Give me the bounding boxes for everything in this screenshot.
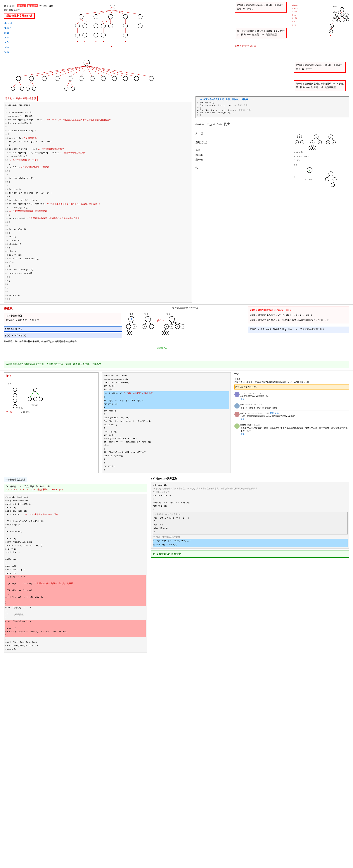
svg-text:f: f	[344, 20, 345, 22]
svg-text:d: d	[110, 21, 111, 23]
green-annotation: 沿途绿色给不断找当前节点的父节点，直到找到父节点，就可以对查询元素是哪一个集合的…	[4, 361, 349, 368]
svg-text:d: d	[339, 18, 340, 20]
svg-text:c: c	[111, 11, 112, 13]
svg-text:b: b	[341, 12, 342, 14]
code-section-1: 这里的 idx 和指针表是一个意思 1 #include <iostream> …	[0, 94, 353, 304]
svg-line-154	[311, 144, 312, 146]
code-line-4: 4 const int N = 100010;	[5, 115, 190, 118]
svg-text:6: 6	[171, 326, 173, 328]
code-line-16: 16 // 每一个节点都有 26 个指向	[5, 158, 190, 162]
svg-text:a: a	[348, 20, 349, 22]
svg-text:优 f 节: 优 f 节	[6, 411, 12, 413]
code-line-6: 6 int p = son[p][idx];	[5, 122, 190, 125]
svg-text:2: 2	[171, 318, 173, 321]
svg-text:2: 2	[128, 326, 129, 328]
code-line-34: 34	[5, 224, 190, 228]
binary-trees-area: 0 0 1 1 1 0 0	[294, 133, 349, 189]
code-line-38: 38 cin >> n;	[5, 239, 190, 243]
svg-point-5	[123, 14, 128, 19]
size-annotation: 把 a 集合插入到 b 集合中	[151, 551, 349, 558]
code-line-53: 53 return 0;	[5, 293, 190, 297]
svg-line-182	[332, 176, 334, 178]
svg-point-20	[101, 24, 105, 28]
uf-middle: 每个节点存储的是父节点 根 1 1 2 3 4 5	[126, 307, 244, 359]
svg-line-152	[313, 139, 315, 141]
svg-text:根 2.: 根 2.	[166, 313, 170, 315]
comment-name-3: yxq 2020.10.05 15:40	[241, 403, 277, 406]
svg-text:r: r	[341, 9, 342, 10]
svg-line-181	[328, 176, 329, 178]
code-line-47: 47 cout << ans << endl;	[5, 272, 190, 275]
uf-blue-box1: belong[x] = 1	[4, 326, 122, 332]
svg-line-245	[36, 391, 40, 397]
svg-point-137	[65, 87, 68, 91]
svg-text:aced: aced	[333, 5, 337, 8]
impl-include: #include <iostream> using namespace std;…	[102, 372, 231, 473]
svg-text:0: 0	[296, 142, 297, 144]
code-line-51: 51	[5, 286, 190, 290]
code-line-27: 27 int shu = str[i] - 'a';	[5, 198, 190, 202]
code-line-15: 15 p = son[p][shu];	[5, 155, 190, 158]
svg-text:c: c	[346, 14, 347, 16]
svg-line-128	[19, 81, 22, 87]
svg-text:0: 0	[319, 142, 320, 144]
svg-text:2: 2	[147, 318, 149, 321]
trie-code-line5: 5 res = max(res, query(a[i]));	[197, 112, 348, 114]
code-line-49: 49 }	[5, 279, 190, 283]
svg-point-18	[83, 24, 87, 28]
trie-code-line1: 1 int res = 0;	[197, 102, 348, 104]
svg-point-23	[138, 24, 142, 28]
svg-point-21	[108, 24, 113, 28]
svg-text:1: 1	[314, 147, 315, 149]
code-line-22: 22 {	[5, 180, 190, 184]
svg-text:f: f	[78, 11, 78, 13]
svg-point-129	[11, 87, 15, 91]
code-line-28: 28 if(son[p][shu] == 0) return 0; // 节点不…	[5, 202, 190, 206]
opt-impl-section: 优化 节 f	[0, 370, 353, 475]
avatar-2	[235, 403, 240, 408]
svg-text:e: e	[127, 11, 128, 13]
svg-point-6	[138, 14, 142, 19]
code-line-24: 24 int p = 0;	[5, 188, 190, 191]
code-line-23: 23	[5, 184, 190, 188]
code-line-41: 41 char x;	[5, 250, 190, 253]
comment-reply-4[interactable]: 回复	[241, 418, 295, 421]
svg-line-27	[103, 19, 111, 24]
svg-point-178	[325, 178, 329, 181]
svg-point-39	[101, 33, 105, 37]
svg-text:a b d e t: a b d e t	[292, 7, 298, 9]
word-bcff: bcff	[4, 40, 63, 45]
right-code-math: Trie 树可以存储自定义数据：数字、字符串、二进制数...... 1 int …	[196, 96, 349, 303]
svg-point-4	[108, 14, 113, 19]
svg-point-19	[94, 24, 98, 28]
center-tree-diagram: root a b c d e	[66, 2, 231, 55]
opt-diagram-svg: 节 f 优化前	[6, 379, 46, 415]
svg-line-108	[81, 66, 87, 76]
svg-line-7	[81, 10, 112, 14]
uf-box: 将两个集合合并 询问两个元素是否在一个集合中	[4, 312, 122, 324]
code-line-include: 1 #include <iostream>	[5, 103, 190, 107]
title-box: 题目会限制字母的种类	[4, 13, 35, 19]
svg-point-120	[79, 76, 83, 81]
word-bcdf: bcdf	[4, 35, 63, 40]
svg-point-121	[90, 76, 95, 81]
code-line-3: 3 using namespace std;	[5, 111, 190, 115]
word-bcdc: bcdc	[4, 50, 63, 55]
comment-reply-2[interactable]: 回复	[241, 398, 270, 401]
code-line-33: 33 }	[5, 220, 190, 224]
svg-text:e: e	[331, 25, 332, 27]
svg-line-143	[301, 139, 302, 141]
comment-item-3: yxq 2020.10.05 15:40 回了 xx 回复了 Unlock 的好…	[235, 402, 349, 411]
svg-text:root: root	[85, 62, 89, 64]
svg-text:5: 5	[167, 332, 168, 334]
svg-text:c d a a: c d a a	[292, 20, 297, 23]
comment-reply-5[interactable]: 回复	[241, 433, 349, 436]
svg-line-204	[145, 322, 146, 324]
svg-text:3 u 5  6: 3 u 5 6	[305, 178, 312, 181]
svg-text:★: ★	[84, 40, 86, 43]
svg-text:1: 1	[316, 136, 316, 138]
size-hint-box: // 初始化 root 节点 最多 多个集合 个数int find(int x)…	[4, 484, 147, 492]
code-line-9: 9 {	[5, 133, 190, 136]
svg-text:c: c	[95, 21, 96, 23]
svg-text:优化后: 优化后	[32, 404, 38, 406]
